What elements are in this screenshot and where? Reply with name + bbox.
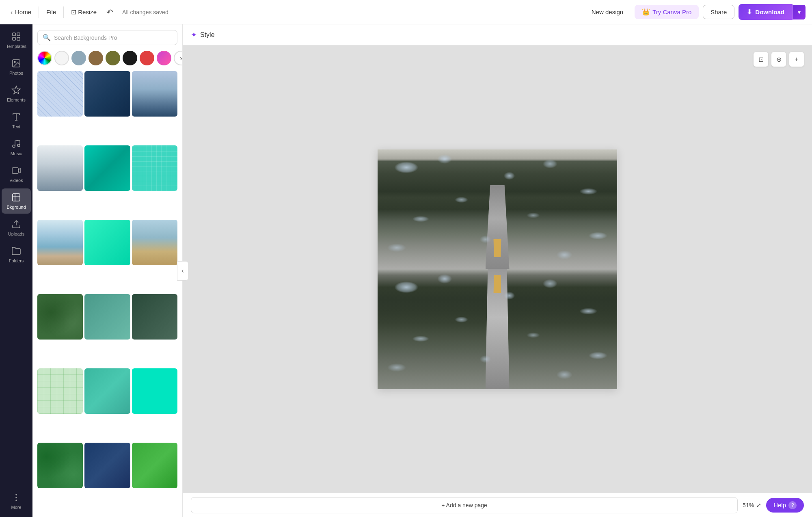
add-page-label: + Add a new page xyxy=(441,502,487,508)
canvas-controls: ⊡ ⊕ + xyxy=(754,52,804,67)
bg-thumb-9[interactable] xyxy=(132,220,177,265)
canvas-container[interactable]: ⊡ ⊕ + xyxy=(183,45,812,493)
help-button[interactable]: Help ? xyxy=(766,498,804,513)
try-canva-pro-button[interactable]: 👑 Try Canva Pro xyxy=(635,5,699,19)
svg-point-17 xyxy=(16,494,17,495)
bg-thumb-11[interactable] xyxy=(84,294,130,340)
sidebar-item-music[interactable]: Music xyxy=(2,135,31,160)
help-label: Help xyxy=(773,502,786,508)
sidebar-item-uploads[interactable]: Uploads xyxy=(2,215,31,240)
canvas-copy-button[interactable]: ⊕ xyxy=(771,52,786,67)
videos-icon xyxy=(11,166,21,176)
home-button[interactable]: ‹ Home xyxy=(6,6,35,18)
svg-rect-1 xyxy=(17,33,20,36)
main-layout: Templates Photos Elements Text xyxy=(0,24,812,517)
bg-thumb-4[interactable] xyxy=(37,145,83,191)
sidebar-item-videos[interactable]: Videos xyxy=(2,162,31,187)
share-label: Share xyxy=(710,9,727,15)
bg-thumb-18[interactable] xyxy=(132,443,177,488)
bg-thumb-16[interactable] xyxy=(37,443,83,488)
topbar-right: New design 👑 Try Canva Pro Share ⬇ Downl… xyxy=(584,4,806,20)
elements-label: Elements xyxy=(7,97,26,102)
bg-thumb-10[interactable] xyxy=(37,294,83,340)
sidebar-item-templates[interactable]: Templates xyxy=(2,28,31,53)
background-grid xyxy=(32,69,182,517)
bg-thumb-12[interactable] xyxy=(132,294,177,340)
bg-thumb-7[interactable] xyxy=(37,220,83,265)
chevron-down-icon: ▾ xyxy=(798,9,801,15)
background-icon xyxy=(11,193,21,203)
rain-overlay-top xyxy=(378,149,617,269)
sidebar-item-background[interactable]: Bkground xyxy=(2,188,31,214)
search-icon: 🔍 xyxy=(43,34,51,41)
bg-thumb-8[interactable] xyxy=(84,220,130,265)
sidebar-item-more[interactable]: More xyxy=(2,489,31,514)
elements-icon xyxy=(11,85,21,96)
add-page-button[interactable]: + Add a new page xyxy=(191,497,738,513)
zoom-value: 51% xyxy=(743,502,754,508)
search-bar-container: 🔍 xyxy=(32,24,182,49)
color-filter-gray[interactable] xyxy=(71,51,86,65)
hide-panel-button[interactable]: ‹ xyxy=(177,261,188,281)
home-label: Home xyxy=(15,9,31,15)
bg-thumb-1[interactable] xyxy=(37,71,83,117)
color-filter-pink[interactable] xyxy=(157,51,171,65)
templates-icon xyxy=(11,32,21,42)
rain-overlay-bottom xyxy=(378,269,617,389)
bg-thumb-5[interactable] xyxy=(84,145,130,191)
bg-thumb-14[interactable] xyxy=(84,368,130,414)
color-filter-olive[interactable] xyxy=(106,51,120,65)
bg-thumb-15[interactable] xyxy=(132,368,177,414)
copy-icon: ⊕ xyxy=(776,56,782,63)
color-filter-white[interactable] xyxy=(54,51,69,65)
download-main-button[interactable]: ⬇ Download xyxy=(739,4,793,20)
canvas-add-button[interactable]: + xyxy=(789,52,804,67)
canvas-expand-button[interactable]: ⊡ xyxy=(754,52,768,67)
canvas-top-half xyxy=(378,149,617,269)
file-button[interactable]: File xyxy=(42,6,60,18)
undo-button[interactable]: ↶ xyxy=(102,5,117,19)
bg-thumb-6[interactable] xyxy=(132,145,177,191)
canvas-bottom-half xyxy=(378,269,617,389)
color-filter-more[interactable]: › xyxy=(174,51,182,65)
bottom-bar: + Add a new page 51% ⤢ Help ? xyxy=(183,493,812,517)
search-input[interactable] xyxy=(54,35,172,41)
download-chevron-button[interactable]: ▾ xyxy=(793,5,806,19)
new-design-button[interactable]: New design xyxy=(584,5,631,19)
music-label: Music xyxy=(11,151,22,156)
music-icon xyxy=(11,139,21,149)
svg-point-19 xyxy=(16,500,17,501)
style-label: Style xyxy=(200,31,215,39)
folders-icon xyxy=(11,246,21,257)
sidebar-item-elements[interactable]: Elements xyxy=(2,81,31,106)
try-pro-label: Try Canva Pro xyxy=(652,9,691,15)
svg-rect-11 xyxy=(12,168,18,173)
bg-thumb-3[interactable] xyxy=(132,71,177,117)
zoom-indicator[interactable]: 51% ⤢ xyxy=(743,502,761,508)
templates-label: Templates xyxy=(6,44,26,49)
bg-thumb-2[interactable] xyxy=(84,71,130,117)
sidebar-item-folders[interactable]: Folders xyxy=(2,242,31,267)
left-panel: 🔍 › xyxy=(32,24,183,517)
bg-thumb-13[interactable] xyxy=(37,368,83,414)
svg-point-5 xyxy=(14,61,15,63)
saved-status: All changes saved xyxy=(122,9,168,15)
color-filter-red[interactable] xyxy=(140,51,154,65)
color-filter-brown[interactable] xyxy=(89,51,103,65)
sidebar-item-photos[interactable]: Photos xyxy=(2,54,31,80)
divider-2 xyxy=(63,6,64,18)
uploads-label: Uploads xyxy=(8,231,24,236)
share-button[interactable]: Share xyxy=(703,5,734,19)
bg-thumb-17[interactable] xyxy=(84,443,130,488)
sidebar-item-text[interactable]: Text xyxy=(2,108,31,133)
color-filter-palette[interactable] xyxy=(37,51,52,65)
color-filter-black[interactable] xyxy=(123,51,137,65)
download-label: Download xyxy=(755,9,784,15)
resize-button[interactable]: ⊡ Resize xyxy=(67,6,101,18)
file-label: File xyxy=(46,9,56,15)
help-icon: ? xyxy=(788,501,797,509)
topbar: ‹ Home File ⊡ Resize ↶ All changes saved… xyxy=(0,0,812,24)
folders-label: Folders xyxy=(9,258,24,263)
svg-point-9 xyxy=(13,145,15,147)
download-icon: ⬇ xyxy=(747,8,752,16)
